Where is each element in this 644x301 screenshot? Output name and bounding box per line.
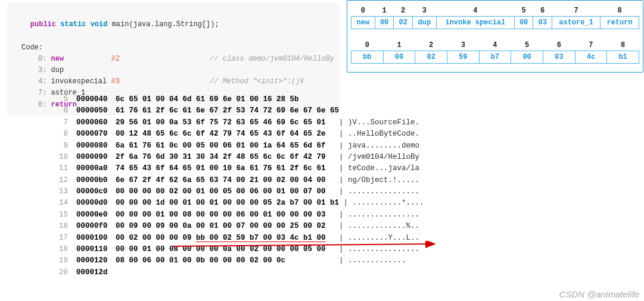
hexdump-line: 6000005061 76 61 2f 6c 61 6e 67 2f 53 74… (56, 105, 424, 117)
hexdump-line: 1500000e000 00 00 01 00 08 00 00 00 06 0… (56, 209, 424, 221)
kw-public: public (30, 20, 56, 29)
hexdump-line: 500000406c 65 01 00 04 6d 61 69 6e 01 00… (56, 94, 424, 105)
hexdump-line: 1000000902f 6a 76 6d 30 31 30 34 2f 48 6… (56, 152, 424, 163)
opcode-tables-panel: 012345678 new0002dupinvoke special0003as… (347, 0, 643, 73)
hexdump-line: 900000806a 61 76 61 0c 00 05 00 06 01 00… (56, 140, 424, 152)
hexdump-line: 1100000a074 65 43 6f 64 65 01 00 10 6a 6… (56, 163, 424, 174)
opcode-hex-table: 012345678 bb000259b700034cb1 (351, 40, 639, 64)
hexdump-line: 7000006029 56 01 00 0a 53 6f 75 72 63 65… (56, 117, 424, 128)
hexdump-line: 18000011000 00 01 00 08 00 00 00 0a 00 0… (56, 244, 424, 255)
method-name: main (112, 20, 129, 29)
hexdump-line: 20000012d (56, 267, 424, 278)
hexdump-line: 8000007000 12 48 65 6c 6c 6f 42 79 74 65… (56, 128, 424, 140)
hexdump-panel: 500000406c 65 01 00 04 6d 61 69 6e 01 00… (56, 94, 424, 278)
method-signature: public static void main(java.lang.String… (13, 8, 334, 42)
table-row: bb000259b700034cb1 (351, 51, 639, 64)
hexdump-line: 19000012008 00 06 00 01 00 0b 00 00 00 0… (56, 255, 424, 266)
hexdump-line: 1200000b06e 67 2f 4f 62 6a 65 63 74 00 2… (56, 175, 424, 186)
opcode-mnemonic-table: 012345678 new0002dupinvoke special0003as… (351, 5, 639, 29)
table-row: 012345678 (351, 40, 639, 51)
table-row: new0002dupinvoke special0003astore_1retu… (351, 17, 639, 29)
table-row: 012345678 (351, 5, 639, 17)
code-label: Code: (13, 42, 334, 54)
bytecode-line-2: 4: invokespecial #3 // Method "<init>":(… (13, 76, 334, 87)
kw-static: static (60, 20, 86, 29)
hexdump-line: 1300000c000 00 00 00 02 00 01 00 05 00 0… (56, 186, 424, 197)
bytecode-line-1: 3: dup (13, 65, 334, 76)
bytecode-line-0: 0: new #2 // class demo/jvm0104/HelloBy (13, 54, 334, 65)
watermark: CSDN @animatelife (559, 289, 639, 299)
kw-void: void (91, 20, 108, 29)
hexdump-line: 17000010000 02 00 00 00 09 bb 00 02 59 b… (56, 233, 424, 244)
hexdump-line: 1600000f000 09 00 09 00 0a 00 01 00 07 0… (56, 221, 424, 232)
hexdump-line: 1400000d000 00 00 1d 00 01 00 01 00 00 0… (56, 197, 424, 209)
